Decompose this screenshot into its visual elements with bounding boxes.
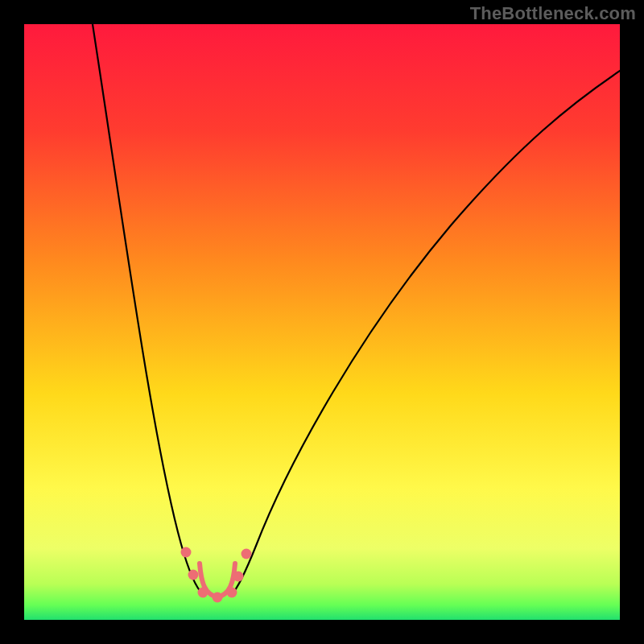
marker-dot xyxy=(181,547,192,558)
marker-dot xyxy=(242,549,252,559)
plot-area xyxy=(24,24,620,620)
marker-dot xyxy=(188,570,199,580)
marker-dot xyxy=(233,572,244,582)
marker-dot xyxy=(227,588,237,598)
marker-dot xyxy=(213,592,223,603)
plot-svg xyxy=(24,24,620,620)
chart-frame: TheBottleneck.com xyxy=(0,0,644,644)
marker-dot xyxy=(198,588,208,598)
heatmap-background xyxy=(24,24,620,620)
watermark-text: TheBottleneck.com xyxy=(470,3,636,24)
